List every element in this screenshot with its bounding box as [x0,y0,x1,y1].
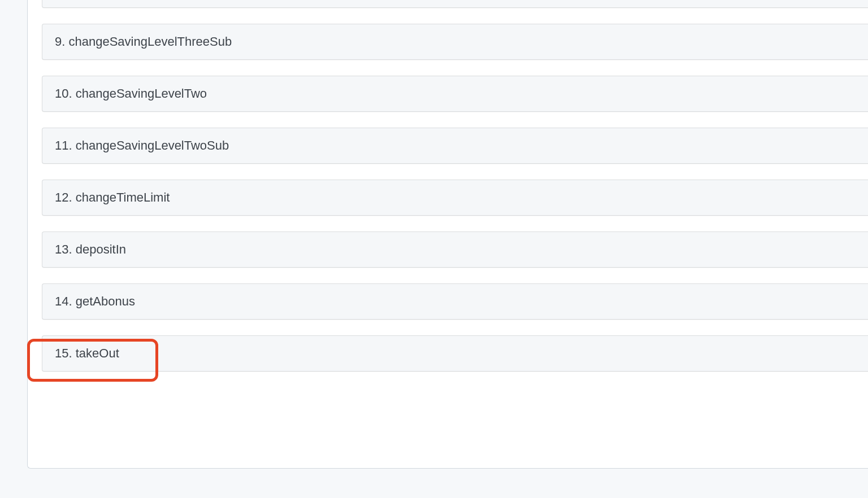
function-number: 15. [55,346,72,360]
function-label: takeOut [76,346,119,360]
function-item-12[interactable]: 12. changeTimeLimit [42,180,868,216]
function-label: getAbonus [76,294,135,308]
function-item-11[interactable]: 11. changeSavingLevelTwoSub [42,128,868,164]
function-item-14[interactable]: 14. getAbonus [42,283,868,320]
function-item-partial[interactable] [42,0,868,8]
function-item-10[interactable]: 10. changeSavingLevelTwo [42,76,868,112]
function-item-9[interactable]: 9. changeSavingLevelThreeSub [42,24,868,60]
function-number: 11. [55,138,72,152]
function-label: changeSavingLevelThreeSub [68,34,232,49]
function-label: changeSavingLevelTwo [76,86,207,101]
function-number: 13. [55,242,72,256]
outer-container: 9. changeSavingLevelThreeSub 10. changeS… [0,0,868,498]
function-item-13[interactable]: 13. depositIn [42,231,868,268]
function-number: 14. [55,294,72,308]
function-label: depositIn [76,242,126,256]
function-number: 12. [55,190,72,204]
functions-panel: 9. changeSavingLevelThreeSub 10. changeS… [27,0,868,469]
function-label: changeTimeLimit [76,190,170,204]
function-item-15[interactable]: 15. takeOut [42,335,868,372]
function-number: 9. [55,34,65,49]
function-number: 10. [55,86,72,101]
function-label: changeSavingLevelTwoSub [76,138,229,152]
